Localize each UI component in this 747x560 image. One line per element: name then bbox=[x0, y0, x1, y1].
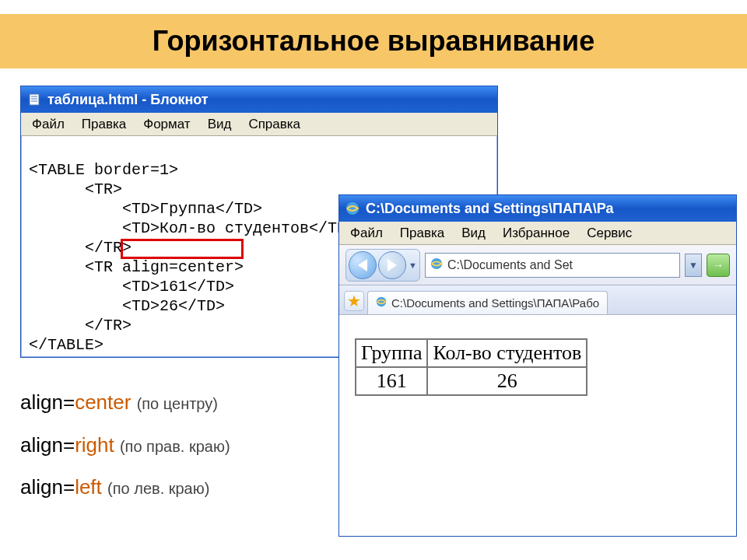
legend-attr: align= bbox=[20, 475, 75, 499]
code-line: <TABLE border=1> bbox=[29, 161, 178, 179]
arrow-left-icon bbox=[358, 259, 367, 271]
ie-tab[interactable]: C:\Documents and Settings\ПАПА\Рабо bbox=[367, 291, 608, 314]
notepad-titlebar[interactable]: таблица.html - Блокнот bbox=[21, 86, 497, 113]
notepad-title-text: таблица.html - Блокнот bbox=[47, 92, 209, 108]
notepad-menubar: Файл Правка Формат Вид Справка bbox=[21, 113, 497, 136]
legend-desc: (по прав. краю) bbox=[120, 438, 230, 455]
ie-viewport: Группа Кол-во студентов 161 26 bbox=[339, 315, 736, 536]
nav-button-group: ▼ bbox=[345, 249, 420, 282]
back-button[interactable] bbox=[349, 251, 377, 279]
favorites-star-button[interactable]: ★ bbox=[344, 291, 364, 311]
table-cell: Кол-во студентов bbox=[427, 339, 587, 367]
nav-dropdown[interactable]: ▼ bbox=[407, 261, 418, 270]
table-cell: Группа bbox=[356, 339, 427, 367]
legend-value: left bbox=[75, 475, 102, 499]
svg-rect-0 bbox=[30, 94, 39, 105]
table-row: 161 26 bbox=[356, 367, 587, 395]
legend-value: center bbox=[75, 390, 131, 414]
ie-menu-view[interactable]: Вид bbox=[454, 223, 493, 243]
address-text: C:\Documents and Set bbox=[447, 258, 573, 272]
ie-menu-tools[interactable]: Сервис bbox=[579, 223, 640, 243]
ie-toolbar: ▼ C:\Documents and Set ▼ → bbox=[339, 245, 736, 285]
legend-attr: align= bbox=[20, 390, 75, 414]
code-line: <TD>Кол-во студентов</TD>| bbox=[29, 219, 365, 237]
ie-window: C:\Documents and Settings\ПАПА\Ра Файл П… bbox=[338, 194, 737, 537]
legend-attr: align= bbox=[20, 433, 75, 457]
ie-menu-favorites[interactable]: Избранное bbox=[495, 223, 577, 243]
highlight-align-center bbox=[121, 239, 244, 259]
menu-file[interactable]: Файл bbox=[24, 114, 72, 135]
address-bar[interactable]: C:\Documents and Set bbox=[425, 253, 680, 278]
code-line: <TD>26</TD> bbox=[29, 297, 225, 315]
align-legend: align=center (по центру) align=right (по… bbox=[20, 381, 230, 509]
code-line: <TD>161</TD> bbox=[29, 278, 234, 296]
ie-menu-edit[interactable]: Правка bbox=[392, 223, 452, 243]
ie-menubar: Файл Правка Вид Избранное Сервис bbox=[339, 222, 736, 245]
code-line: <TR align=center> bbox=[29, 258, 244, 276]
notepad-icon bbox=[27, 93, 41, 107]
ie-favicon-icon bbox=[376, 296, 387, 310]
arrow-right-icon: → bbox=[713, 259, 724, 271]
legend-item: align=center (по центру) bbox=[20, 381, 230, 424]
ie-icon bbox=[345, 201, 359, 215]
ie-menu-file[interactable]: Файл bbox=[342, 223, 391, 243]
table-cell: 161 bbox=[356, 367, 427, 395]
ie-favicon-icon bbox=[430, 257, 443, 273]
ie-title-text: C:\Documents and Settings\ПАПА\Ра bbox=[366, 201, 613, 217]
ie-tab-text: C:\Documents and Settings\ПАПА\Рабо bbox=[391, 296, 599, 310]
code-line: </TR> bbox=[29, 317, 132, 334]
arrow-right-icon bbox=[388, 259, 397, 271]
code-line: </TABLE> bbox=[29, 336, 103, 354]
forward-button[interactable] bbox=[378, 251, 406, 279]
legend-item: align=left (по лев. краю) bbox=[20, 466, 230, 509]
code-line: <TR> bbox=[29, 180, 122, 198]
address-dropdown[interactable]: ▼ bbox=[685, 254, 702, 277]
legend-desc: (по лев. краю) bbox=[107, 480, 209, 497]
legend-value: right bbox=[75, 433, 114, 457]
star-icon: ★ bbox=[347, 292, 361, 310]
legend-desc: (по центру) bbox=[137, 395, 218, 412]
table-row: Группа Кол-во студентов bbox=[356, 339, 587, 367]
table-cell: 26 bbox=[427, 367, 587, 395]
go-button[interactable]: → bbox=[707, 254, 730, 277]
slide-title: Горизонтальное выравнивание bbox=[153, 25, 594, 58]
code-line: <TD>Группа</TD> bbox=[29, 200, 262, 218]
menu-edit[interactable]: Правка bbox=[74, 114, 134, 135]
menu-view[interactable]: Вид bbox=[200, 114, 240, 135]
legend-item: align=right (по прав. краю) bbox=[20, 424, 230, 467]
ie-titlebar[interactable]: C:\Documents and Settings\ПАПА\Ра bbox=[339, 195, 736, 222]
rendered-table: Группа Кол-во студентов 161 26 bbox=[355, 338, 587, 396]
code-line: </TR> bbox=[29, 239, 132, 257]
ie-tabbar: ★ C:\Documents and Settings\ПАПА\Рабо bbox=[339, 285, 736, 315]
menu-format[interactable]: Формат bbox=[135, 114, 198, 135]
slide-title-bar: Горизонтальное выравнивание bbox=[0, 14, 747, 68]
menu-help[interactable]: Справка bbox=[240, 114, 308, 135]
